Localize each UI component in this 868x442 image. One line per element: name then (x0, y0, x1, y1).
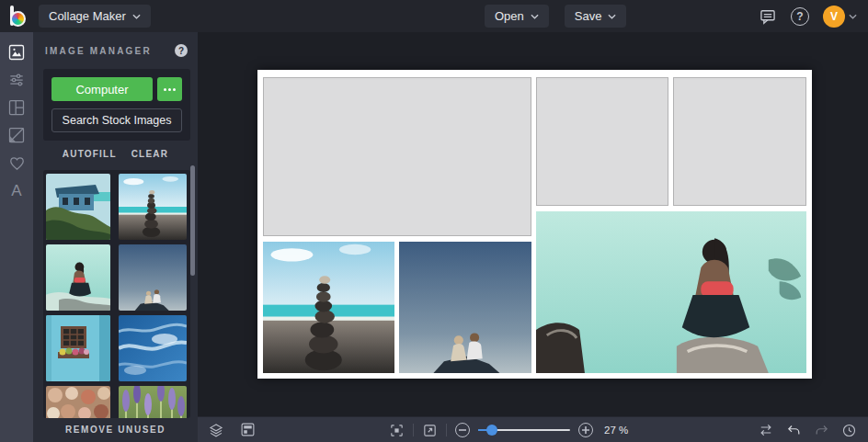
thumbnail-dried-flowers[interactable] (46, 386, 110, 418)
plus-icon (582, 426, 589, 434)
thumbnail-stone-cairn[interactable] (119, 174, 187, 240)
minus-icon (459, 426, 466, 434)
zoom-slider[interactable] (478, 424, 570, 436)
zoom-out-button[interactable] (455, 423, 470, 437)
sliders-icon (7, 71, 26, 89)
remove-unused-button[interactable]: REMOVE UNUSED (65, 425, 166, 435)
layers-icon (208, 422, 224, 438)
thumbnail-meditating-woman[interactable] (46, 244, 110, 311)
rail-item-text[interactable]: A (0, 176, 33, 204)
history-clock-icon (841, 423, 857, 438)
account-menu[interactable]: V (823, 6, 857, 28)
chat-bubble-icon (759, 7, 777, 26)
compare-button[interactable] (758, 423, 774, 437)
panel-help-icon[interactable]: ? (175, 44, 188, 57)
background-icon (7, 126, 26, 144)
collage-cell-placeholder-top-right[interactable] (673, 77, 806, 206)
computer-upload-button[interactable]: Computer (51, 77, 153, 101)
redo-icon (814, 424, 829, 437)
slider-knob[interactable] (486, 425, 497, 436)
collage-cell-couple[interactable] (399, 242, 531, 373)
thumbnail-list (43, 170, 190, 418)
fit-to-screen-button[interactable] (389, 423, 405, 438)
collage-cell-placeholder-top-middle[interactable] (536, 77, 668, 206)
image-manager-icon (7, 43, 26, 62)
bottom-toolbar: 27 % (198, 416, 868, 442)
question-mark-icon: ? (791, 7, 809, 26)
chevron-down-icon (608, 14, 616, 19)
collage-cell-meditating-woman[interactable] (536, 211, 806, 373)
thumbnail-blue-wall[interactable] (46, 315, 110, 381)
autofill-button[interactable]: AUTOFILL (63, 149, 117, 159)
collage-cell-placeholder-large[interactable] (263, 77, 531, 236)
text-icon: A (11, 183, 21, 198)
thumbnail-couple[interactable] (119, 244, 187, 311)
rail-item-background[interactable] (0, 121, 33, 149)
chevron-down-icon (531, 14, 539, 19)
undo-icon (786, 424, 802, 437)
undo-button[interactable] (786, 424, 802, 437)
layout-manager-button[interactable] (240, 422, 256, 437)
fit-screen-icon (389, 423, 405, 438)
image-manager-panel: IMAGE MANAGER ? Computer Search Stock Im… (33, 32, 198, 442)
top-bar: Collage Maker Open Save ? (0, 0, 868, 32)
rail-item-layouts[interactable] (0, 94, 33, 121)
tool-rail: A (0, 32, 33, 442)
app-menu-label: Collage Maker (49, 9, 126, 23)
panel-title: IMAGE MANAGER (45, 46, 152, 56)
rail-item-image-manager[interactable] (0, 39, 33, 66)
divider (446, 424, 447, 436)
image-source-box: Computer Search Stock Images (43, 69, 190, 141)
open-button[interactable]: Open (485, 5, 549, 28)
preview-button[interactable] (422, 423, 438, 438)
ellipsis-icon (164, 88, 166, 91)
search-stock-images-button[interactable]: Search Stock Images (51, 108, 182, 132)
befunky-logo-icon (7, 5, 31, 28)
collage-canvas[interactable] (257, 70, 812, 379)
chevron-down-icon (132, 14, 141, 19)
avatar[interactable]: V (823, 6, 845, 28)
feedback-button[interactable] (759, 7, 777, 26)
divider (413, 424, 414, 436)
chevron-down-icon (849, 14, 857, 19)
zoom-percent-label: 27 % (604, 425, 628, 436)
layers-button[interactable] (208, 422, 224, 438)
thumbnail-lavender[interactable] (119, 386, 187, 418)
more-sources-button[interactable] (157, 77, 182, 101)
preview-icon (422, 423, 438, 438)
save-button[interactable]: Save (565, 5, 627, 28)
redo-button[interactable] (814, 424, 829, 437)
app-window: Collage Maker Open Save ? (0, 0, 868, 442)
open-label: Open (495, 9, 524, 23)
zoom-in-button[interactable] (578, 423, 593, 437)
clear-button[interactable]: CLEAR (131, 149, 168, 159)
collage-cell-stone-cairn[interactable] (263, 242, 394, 373)
heart-icon (8, 154, 26, 172)
layouts-icon (7, 98, 26, 117)
rail-item-graphics[interactable] (0, 149, 33, 176)
save-label: Save (575, 9, 602, 23)
app-menu-button[interactable]: Collage Maker (39, 5, 151, 28)
workspace (198, 32, 868, 416)
thumbnail-scrollbar[interactable] (190, 165, 195, 276)
rail-item-customize[interactable] (0, 66, 33, 94)
history-button[interactable] (841, 423, 857, 438)
help-button[interactable]: ? (791, 7, 809, 26)
layout-manager-icon (240, 422, 256, 437)
compare-icon (758, 423, 774, 437)
thumbnail-ocean-wave[interactable] (119, 315, 187, 381)
thumbnail-beach-house[interactable] (46, 174, 110, 240)
